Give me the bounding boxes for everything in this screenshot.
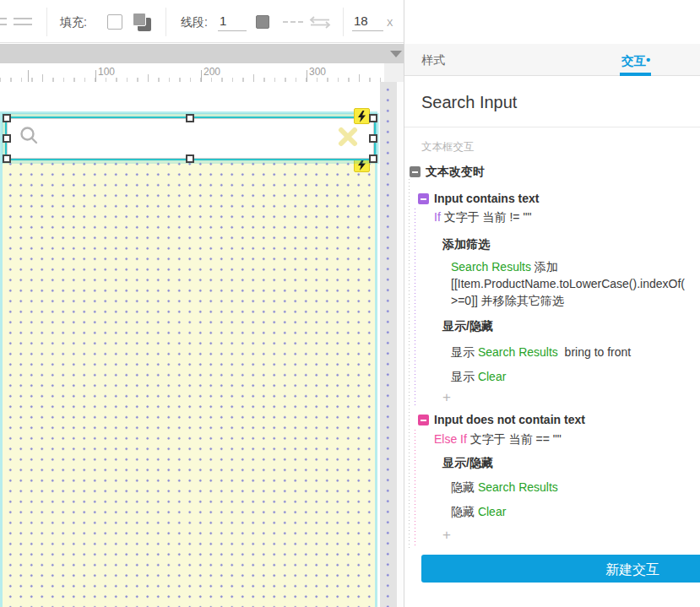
action-text: 显示: [451, 370, 478, 383]
add-action-button[interactable]: +: [442, 527, 451, 544]
widget-reference-link[interactable]: Search Results: [451, 260, 531, 274]
action-text: 隐藏: [451, 480, 478, 494]
line-label: 线段:: [181, 15, 208, 30]
action-text: 添加: [531, 260, 558, 274]
collapse-minus-icon[interactable]: [418, 193, 429, 204]
lightning-icon: [357, 159, 366, 171]
outside-page-strip: [380, 82, 397, 607]
collapse-minus-icon[interactable]: [410, 166, 421, 177]
active-tab-underline: [620, 73, 651, 76]
resize-handle[interactable]: [3, 134, 11, 143]
toolbar-divider: [46, 8, 47, 36]
condition-keyword: If: [434, 210, 441, 224]
arrow-style-icon[interactable]: [309, 16, 331, 29]
event-row[interactable]: 文本改变时: [410, 165, 485, 180]
action-group-title: 显示/隐藏: [442, 319, 493, 334]
align-lines-icon[interactable]: [0, 18, 7, 25]
x-axis-label: X: [387, 18, 393, 28]
action-text: >=0]] 并移除其它筛选: [451, 294, 564, 307]
vertical-scrollbar-track[interactable]: [397, 82, 404, 607]
canvas-options-dropdown-icon[interactable]: [390, 51, 402, 57]
toolbar-divider: [166, 8, 166, 36]
ruler-label-100: 100: [98, 66, 115, 78]
resize-handle[interactable]: [186, 154, 194, 163]
resize-handle[interactable]: [3, 114, 11, 122]
resize-handle[interactable]: [369, 154, 377, 163]
toolbar-divider: [343, 8, 344, 36]
action-text: 隐藏: [451, 505, 478, 518]
resize-handle[interactable]: [3, 154, 11, 163]
unsaved-dot: •: [646, 52, 650, 67]
tab-style[interactable]: 样式: [421, 53, 445, 68]
search-icon: [19, 126, 39, 145]
ruler-corner: [384, 63, 404, 82]
canvas-top-bar: [0, 44, 404, 63]
panel-divider: [404, 127, 700, 127]
action-row[interactable]: 显示 Search Results bring to front: [451, 344, 631, 360]
horizontal-ruler: 100 200 300: [0, 63, 404, 82]
resize-handle[interactable]: [369, 114, 377, 122]
widget-reference-link[interactable]: Search Results: [478, 345, 558, 359]
x-position-input[interactable]: 18: [352, 14, 383, 31]
resize-handle[interactable]: [186, 114, 194, 122]
resize-handle[interactable]: [369, 134, 377, 143]
align-lines-icon[interactable]: [14, 18, 32, 25]
clear-x-ghost-icon: [338, 127, 358, 147]
interaction-section-label: 文本框交互: [421, 140, 475, 154]
lightning-icon: [357, 111, 366, 122]
condition-row[interactable]: If 文字于 当前 != "": [434, 210, 531, 225]
condition-row[interactable]: Else If 文字于 当前 == "": [434, 432, 562, 447]
action-row[interactable]: 隐藏 Search Results: [451, 479, 558, 496]
inspector-panel: 样式 交互• Search Input 文本框交互 文本改变时Input con…: [404, 0, 700, 607]
tree-guide-line-event: [409, 179, 410, 549]
search-input-widget[interactable]: [7, 118, 374, 159]
action-row[interactable]: 隐藏 Clear: [451, 503, 506, 520]
action-text: bring to front: [558, 345, 631, 359]
widget-name-field[interactable]: Search Input: [421, 93, 517, 112]
ruler-label-200: 200: [203, 66, 220, 78]
search-results-panel-widget[interactable]: [0, 111, 377, 607]
case-row[interactable]: Input does not contain text: [418, 413, 585, 426]
line-style-dashed-icon[interactable]: [283, 21, 303, 23]
tree-guide-line-case1: [415, 209, 415, 408]
tab-interaction[interactable]: 交互•: [621, 52, 650, 69]
ruler-ticks: [0, 70, 384, 82]
plus-icon: +: [442, 527, 451, 543]
ruler-label-300: 300: [309, 66, 326, 78]
inspector-tabbar: 样式 交互•: [404, 44, 700, 76]
fill-shadow-swatch[interactable]: [133, 13, 151, 31]
widget-reference-link[interactable]: Clear: [478, 505, 506, 518]
widget-reference-link[interactable]: Search Results: [478, 480, 558, 494]
design-canvas: 100 200 300: [0, 44, 404, 607]
widget-reference-link[interactable]: Clear: [478, 370, 506, 383]
line-color-swatch[interactable]: [256, 15, 269, 29]
tree-guide-line-case2: [415, 430, 415, 547]
case-row[interactable]: Input contains text: [418, 192, 539, 205]
fill-label: 填充:: [60, 15, 87, 30]
interaction-bolt-badge[interactable]: [354, 108, 370, 124]
canvas-viewport[interactable]: [0, 82, 404, 607]
action-group-title: 添加筛选: [442, 237, 490, 252]
condition-keyword: Else If: [434, 432, 467, 446]
new-interaction-button[interactable]: 新建交互: [421, 555, 700, 583]
collapse-minus-icon[interactable]: [418, 415, 429, 425]
action-text: [[Item.ProductName.toLowerCase().indexOf…: [451, 277, 685, 290]
action-row[interactable]: 显示 Clear: [451, 368, 506, 385]
action-row[interactable]: Search Results 添加[[Item.ProductName.toLo…: [451, 258, 685, 309]
fill-color-swatch[interactable]: [107, 14, 122, 30]
shadow-front-icon: [133, 13, 146, 26]
action-text: 显示: [451, 345, 478, 359]
action-group-title: 显示/隐藏: [442, 456, 493, 471]
plus-icon: +: [442, 389, 451, 405]
add-action-button[interactable]: +: [442, 389, 451, 406]
line-weight-input[interactable]: 1: [218, 14, 247, 31]
